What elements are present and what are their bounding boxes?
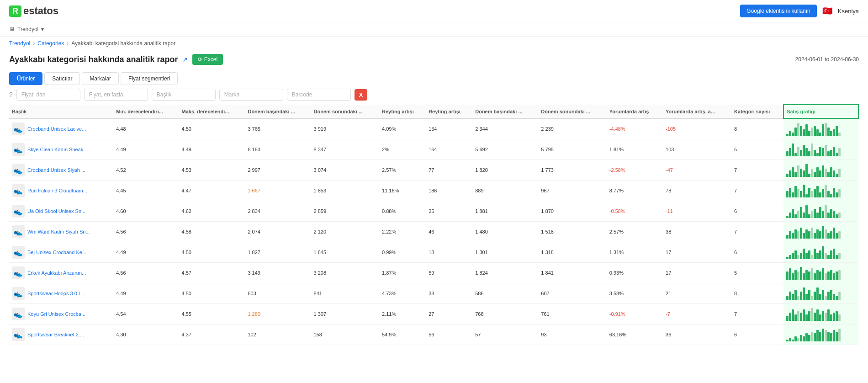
- breadcrumb-categories[interactable]: Categories: [37, 40, 64, 47]
- cell-rating-abs: 56: [426, 324, 472, 345]
- title-filter-input[interactable]: [152, 89, 216, 101]
- cell-rating-pct: 2.11%: [379, 304, 426, 324]
- chart-bar: [789, 188, 791, 197]
- cell-comments-start: 2 344: [472, 118, 538, 139]
- product-link[interactable]: Crocband Unisex Siyah ...: [27, 167, 85, 173]
- external-link-icon[interactable]: ↗: [182, 56, 188, 63]
- product-link[interactable]: Koyu Gri Unisex Crocba...: [27, 311, 85, 317]
- chart-bar: [803, 287, 805, 300]
- chart-bar: [825, 273, 827, 280]
- cell-comments-end: 1 870: [538, 201, 606, 222]
- cell-comments-start: 1 301: [472, 242, 538, 263]
- chart-bar: [822, 268, 824, 280]
- col-rating-abs[interactable]: Reyting artışı: [426, 105, 472, 118]
- chart-bar: [830, 167, 832, 177]
- chart-bar: [803, 233, 805, 239]
- chart-bar: [811, 255, 813, 259]
- chart-bar: [805, 148, 808, 156]
- chart-bar: [789, 170, 791, 177]
- breadcrumb-trendyol[interactable]: Trendyol: [9, 40, 30, 47]
- platform-name: Trendyol: [17, 26, 38, 32]
- chart-bar: [792, 253, 794, 259]
- chart-bar: [819, 192, 821, 197]
- product-link[interactable]: Erkek Ayakkabı Anzarun...: [27, 270, 86, 276]
- cell-period-end: 3 074: [311, 160, 379, 181]
- col-max-rating[interactable]: Maks. derecelendi...: [179, 105, 245, 118]
- clear-filters-button[interactable]: X: [355, 89, 368, 101]
- page-title-row: Ayakkabı kategorisi hakkında analitik ra…: [0, 50, 868, 69]
- price-from-input[interactable]: [16, 89, 80, 101]
- chart-bar: [794, 214, 797, 218]
- cell-comments-start: 889: [472, 181, 538, 201]
- chart-bar: [792, 192, 794, 197]
- tab-saticlar[interactable]: Satıcılar: [44, 72, 80, 85]
- price-to-input[interactable]: [84, 89, 148, 101]
- col-category-count[interactable]: Kategori sayısı: [731, 105, 783, 118]
- cell-period-start: 2 834: [245, 201, 311, 222]
- cell-max-rating: 4.49: [179, 139, 245, 160]
- table-body: 👟 Crocband Unisex Lacive... 4.484.503 76…: [9, 118, 858, 345]
- col-rating-pct[interactable]: Reyting artışı: [379, 105, 426, 118]
- cell-max-rating: 4.55: [179, 304, 245, 324]
- col-period-start[interactable]: Dönem başındaki ...: [245, 105, 311, 118]
- cell-min-rating: 4.52: [113, 160, 179, 181]
- cell-min-rating: 4.49: [113, 139, 179, 160]
- chart-bar: [814, 233, 816, 239]
- chart-bar: [800, 313, 802, 321]
- product-link[interactable]: Wm Ward Kadın Siyah Sn...: [27, 229, 90, 234]
- product-link[interactable]: Sportswear Breaknet 2....: [27, 332, 84, 337]
- chart-bar: [800, 253, 802, 259]
- excel-button[interactable]: ⟳ Excel: [192, 54, 223, 65]
- chart-bar: [822, 189, 824, 197]
- cell-category-count: 5: [731, 139, 783, 160]
- filters-row: ? X: [0, 85, 868, 104]
- cell-rating-abs: 77: [426, 160, 472, 181]
- chart-bar: [830, 150, 832, 156]
- chart-bar: [789, 268, 791, 280]
- cell-max-rating: 4.47: [179, 181, 245, 201]
- tab-urunler[interactable]: Ürünler: [9, 72, 42, 85]
- cell-comments-start: 1 480: [472, 222, 538, 242]
- tab-fiyat-segmentleri[interactable]: Fiyat segmentleri: [121, 72, 178, 85]
- col-comments-end[interactable]: Dönem sonundaki ...: [538, 105, 606, 118]
- product-link[interactable]: Bej Unisex Crocband Ke...: [27, 250, 86, 255]
- barcode-filter-input[interactable]: [287, 89, 351, 101]
- chart-bar: [803, 309, 805, 321]
- col-period-end[interactable]: Dönem sonundaki ...: [311, 105, 379, 118]
- chart-bar: [792, 144, 794, 156]
- chart-bar: [825, 205, 827, 218]
- chart-bar: [789, 213, 791, 218]
- cell-rating-pct: 2%: [379, 139, 426, 160]
- col-title[interactable]: Başlık: [9, 105, 113, 118]
- product-link[interactable]: Skye Clean Kadın Sneak...: [27, 147, 87, 152]
- chart-bar: [836, 214, 838, 218]
- product-link[interactable]: Ua Old Skool Unisex Sn...: [27, 208, 85, 214]
- chart-bar: [803, 273, 805, 280]
- chart-bar: [797, 338, 799, 341]
- brand-filter-input[interactable]: [219, 89, 283, 101]
- product-thumbnail: 👟: [12, 184, 25, 197]
- col-comments-start[interactable]: Dönem başındaki ...: [472, 105, 538, 118]
- product-link[interactable]: Sportswear Hoops 3.0 L...: [27, 291, 85, 296]
- chart-bar: [827, 271, 830, 280]
- product-link[interactable]: Run Falcon 3 Cloudfoam...: [27, 188, 87, 193]
- cell-rating-pct: 1.87%: [379, 263, 426, 283]
- chart-bar: [838, 292, 841, 300]
- product-link[interactable]: Crocband Unisex Lacive...: [27, 126, 86, 132]
- chart-bar: [836, 255, 838, 259]
- cell-comments-abs: -105: [663, 118, 731, 139]
- table-row: 👟 Crocband Unisex Siyah ... 4.524.532 99…: [9, 160, 858, 181]
- cell-period-end: 2 859: [311, 201, 379, 222]
- col-comments-abs[interactable]: Yorumlarda artış, a...: [663, 105, 731, 118]
- col-comments-pct[interactable]: Yorumlarda artış: [607, 105, 663, 118]
- sub-header[interactable]: 🖥 Trendyol ▾: [0, 22, 868, 37]
- table-row: 👟 Koyu Gri Unisex Crocba... 4.544.551 28…: [9, 304, 858, 324]
- help-icon[interactable]: ?: [9, 91, 13, 98]
- tab-markalar[interactable]: Markalar: [82, 72, 119, 85]
- table-row: 👟 Ua Old Skool Unisex Sn... 4.604.622 83…: [9, 201, 858, 222]
- col-sales-chart[interactable]: Satış grafiği: [783, 105, 858, 118]
- product-thumbnail: 👟: [12, 328, 25, 341]
- chart-bar: [794, 229, 797, 239]
- col-min-rating[interactable]: Min. derecelendiri...: [113, 105, 179, 118]
- google-extension-button[interactable]: Google eklentisini kullanın: [740, 5, 816, 17]
